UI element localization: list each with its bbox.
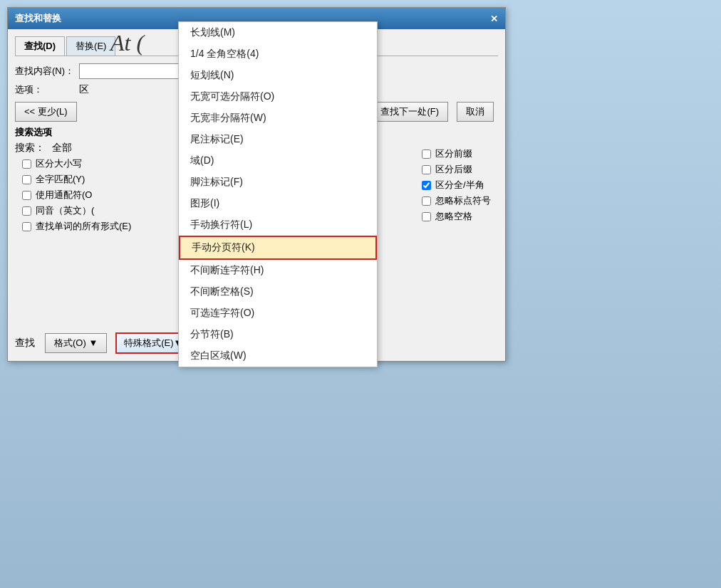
- checkbox-case-input[interactable]: [22, 159, 31, 169]
- btn-less[interactable]: << 更少(L): [15, 102, 77, 122]
- find-bottom-label: 查找: [15, 337, 35, 350]
- menu-item-nowrap-optional[interactable]: 无宽可选分隔符(O): [179, 86, 377, 107]
- menu-item-emdash[interactable]: 长划线(M): [179, 22, 377, 43]
- menu-item-section-break[interactable]: 分节符(B): [179, 324, 377, 345]
- checkbox-punctuation: 忽略标点符号: [422, 194, 491, 207]
- menu-item-nowrap-nonbreak[interactable]: 无宽非分隔符(W): [179, 107, 377, 129]
- checkbox-prefix: 区分前缀: [422, 147, 491, 160]
- checkbox-space-input[interactable]: [422, 212, 431, 221]
- dialog-title-text: 查找和替换: [15, 12, 61, 25]
- menu-item-manual-newline[interactable]: 手动换行符(L): [179, 214, 377, 236]
- btn-cancel[interactable]: 取消: [457, 102, 494, 122]
- close-icon[interactable]: ✕: [490, 14, 498, 24]
- menu-item-endash[interactable]: 短划线(N): [179, 65, 377, 86]
- checkbox-wildcard-label: 使用通配符(O: [36, 189, 92, 201]
- menu-item-quarter-space[interactable]: 1/4 全角空格(4): [179, 43, 377, 65]
- tab-find[interactable]: 查找(D): [15, 36, 65, 56]
- menu-item-endnote-mark[interactable]: 尾注标记(E): [179, 129, 377, 150]
- menu-item-graphic[interactable]: 图形(I): [179, 193, 377, 214]
- checkbox-space: 忽略空格: [422, 210, 491, 223]
- checkbox-suffix: 区分后缀: [422, 163, 491, 176]
- checkbox-fullhalf-input[interactable]: [422, 181, 431, 190]
- tab-replace[interactable]: 替换(E): [66, 36, 115, 56]
- checkbox-allforms-label: 查找单词的所有形式(E): [36, 220, 131, 233]
- find-content-label: 查找内容(N)：: [15, 65, 79, 78]
- options-label: 选项：: [15, 83, 79, 96]
- checkbox-homophone-input[interactable]: [22, 206, 31, 216]
- checkbox-fullword-label: 全字匹配(Y): [36, 173, 85, 186]
- special-format-dropdown: 长划线(M) 1/4 全角空格(4) 短划线(N) 无宽可选分隔符(O) 无宽非…: [178, 21, 378, 367]
- checkbox-wildcard-input[interactable]: [22, 191, 31, 200]
- menu-item-manual-pagebreak[interactable]: 手动分页符(K): [179, 236, 377, 260]
- checkbox-fullhalf-label: 区分全/半角: [435, 179, 484, 191]
- checkbox-space-label: 忽略空格: [435, 210, 472, 223]
- checkbox-punctuation-input[interactable]: [422, 196, 431, 206]
- search-value: 全部: [52, 142, 72, 154]
- options-value: 区: [79, 83, 89, 96]
- right-checkboxes: 区分前缀 区分后缀 区分全/半角 忽略标点符号 忽略空格: [422, 147, 491, 223]
- checkbox-suffix-label: 区分后缀: [435, 163, 472, 176]
- search-label: 搜索：: [15, 142, 45, 154]
- menu-item-whitespace[interactable]: 空白区域(W): [179, 345, 377, 367]
- at-text-display: At (: [110, 30, 144, 56]
- menu-item-nonbreak-space[interactable]: 不间断空格(S): [179, 281, 377, 303]
- menu-item-nonbreak-hyphen[interactable]: 不间断连字符(H): [179, 260, 377, 281]
- checkbox-allforms-input[interactable]: [22, 222, 31, 231]
- checkbox-fullhalf: 区分全/半角: [422, 179, 491, 191]
- checkbox-prefix-input[interactable]: [422, 149, 431, 159]
- checkbox-prefix-label: 区分前缀: [435, 147, 472, 160]
- menu-item-footnote-mark[interactable]: 脚注标记(F): [179, 172, 377, 193]
- checkbox-suffix-input[interactable]: [422, 165, 431, 174]
- checkbox-fullword-input[interactable]: [22, 175, 31, 184]
- menu-item-optional-hyphen[interactable]: 可选连字符(O): [179, 303, 377, 324]
- btn-find-next[interactable]: 查找下一处(F): [371, 102, 448, 122]
- checkbox-punctuation-label: 忽略标点符号: [435, 194, 491, 207]
- menu-item-field[interactable]: 域(D): [179, 150, 377, 172]
- checkbox-homophone-label: 同音（英文）(: [36, 204, 94, 217]
- btn-format[interactable]: 格式(O) ▼: [45, 333, 107, 353]
- checkbox-case-label: 区分大小写: [36, 157, 82, 170]
